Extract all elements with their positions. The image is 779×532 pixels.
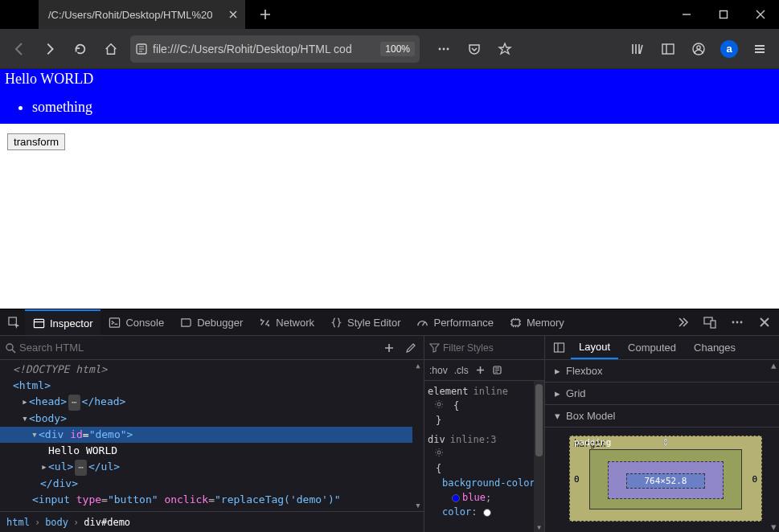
tab-network[interactable]: Network xyxy=(251,309,322,335)
devtools-close-icon[interactable] xyxy=(753,311,776,334)
tab-performance[interactable]: Performance xyxy=(408,309,501,335)
bm-content-size[interactable]: 764×52.8 xyxy=(626,473,705,489)
styles-scrollbar[interactable] xyxy=(534,381,544,532)
tree-html[interactable]: <html> xyxy=(0,378,424,394)
tab-memory[interactable]: Memory xyxy=(502,309,572,335)
bm-margin-left[interactable]: 0 xyxy=(574,473,580,484)
scrollbar-thumb[interactable] xyxy=(535,384,543,456)
hov-toggle[interactable]: :hov xyxy=(429,365,448,376)
section-flexbox[interactable]: ▸Flexbox xyxy=(545,360,779,383)
css-prop[interactable]: background-color xyxy=(442,477,535,489)
tree-body[interactable]: ▾<body> xyxy=(0,411,424,427)
rule-selector[interactable]: element xyxy=(428,384,469,399)
tab-computed[interactable]: Computed xyxy=(620,336,684,359)
twisty-icon[interactable]: ▸ xyxy=(21,394,29,410)
scroll-down-icon[interactable]: ▾ xyxy=(412,500,424,511)
layout-body[interactable]: ▴ ▸Flexbox ▸Grid ▾Box Model margin 0 bor… xyxy=(545,360,779,532)
gear-icon[interactable] xyxy=(434,448,445,457)
section-boxmodel[interactable]: ▾Box Model xyxy=(545,405,779,428)
tree-ul[interactable]: ▸<ul>⋯</ul> xyxy=(0,459,424,476)
scroll-down-icon[interactable]: ▾ xyxy=(534,522,544,532)
tree-div-close[interactable]: </div> xyxy=(0,476,424,492)
devtools-kebab-icon[interactable] xyxy=(726,311,748,334)
tree-input[interactable]: <input type="button" onclick="replaceTag… xyxy=(0,492,424,508)
back-button[interactable] xyxy=(5,35,34,63)
css-prop[interactable]: color xyxy=(442,506,471,518)
css-value[interactable]: blue xyxy=(462,492,486,503)
html-search-input[interactable] xyxy=(19,342,377,354)
forward-button[interactable] xyxy=(35,35,64,63)
tree-hello-text[interactable]: Hello WORLD xyxy=(0,443,424,459)
tab-title: /C:/Users/Rohit/Desktop/HTML%20 xyxy=(48,9,223,21)
tab-style-editor[interactable]: Style Editor xyxy=(322,309,408,335)
page-viewport[interactable]: Hello WORLD something transform xyxy=(0,69,779,309)
html-tree[interactable]: <!DOCTYPE html> <html> ▸<head>⋯</head> ▾… xyxy=(0,360,424,511)
eyedropper-icon[interactable] xyxy=(401,342,419,354)
tab-changes[interactable]: Changes xyxy=(686,336,744,359)
account-badge[interactable]: a xyxy=(715,35,744,63)
demo-list-item: something xyxy=(32,99,779,116)
app-menu-icon[interactable] xyxy=(745,35,774,63)
scroll-up-icon[interactable]: ▴ xyxy=(412,360,424,371)
color-swatch-icon[interactable] xyxy=(483,509,491,517)
close-window-button[interactable] xyxy=(742,0,779,29)
tree-doctype[interactable]: <!DOCTYPE html> xyxy=(0,362,424,378)
ellipsis-icon[interactable]: ⋯ xyxy=(75,460,87,476)
more-actions-icon[interactable] xyxy=(429,35,458,63)
styles-filter-input[interactable] xyxy=(443,342,539,354)
url-bar[interactable]: file:///C:/Users/Rohit/Desktop/HTML cod … xyxy=(130,35,420,63)
cls-toggle[interactable]: .cls xyxy=(454,365,469,376)
twisty-icon[interactable]: ▾ xyxy=(21,411,29,427)
crumb-body[interactable]: body xyxy=(45,517,68,528)
home-button[interactable] xyxy=(96,35,125,63)
sidebar-toggle-icon[interactable] xyxy=(548,342,569,354)
pocket-icon[interactable] xyxy=(460,35,489,63)
tab-console[interactable]: Console xyxy=(100,309,172,335)
new-tab-button[interactable] xyxy=(253,0,277,29)
profile-icon[interactable] xyxy=(684,35,713,63)
transform-button[interactable]: transform xyxy=(7,133,65,150)
box-model[interactable]: margin 0 border 0 padding 0 764×52.8 0 xyxy=(569,436,762,522)
section-grid[interactable]: ▸Grid xyxy=(545,383,779,405)
html-search-row xyxy=(0,336,424,360)
rule-selector[interactable]: div xyxy=(428,432,445,447)
styles-rules[interactable]: element inline { } div inline:3 { backgr… xyxy=(424,381,544,532)
zoom-badge[interactable]: 100% xyxy=(380,42,415,56)
tab-inspector[interactable]: Inspector xyxy=(25,309,100,335)
page-info-icon[interactable] xyxy=(135,43,148,55)
crumb-html[interactable]: html xyxy=(6,517,30,528)
light-mode-icon[interactable] xyxy=(492,365,502,375)
bookmark-star-icon[interactable] xyxy=(490,35,519,63)
maximize-button[interactable] xyxy=(705,0,742,29)
element-picker-icon[interactable] xyxy=(3,309,25,335)
rule-source[interactable]: inline:3 xyxy=(450,432,497,447)
crumb-div[interactable]: div#demo xyxy=(84,517,130,528)
sidebar-icon[interactable] xyxy=(654,35,683,63)
scroll-up-icon[interactable]: ▴ xyxy=(769,360,779,370)
chevron-down-icon: ▾ xyxy=(553,410,561,422)
tab-layout[interactable]: Layout xyxy=(571,336,618,359)
tree-div-demo[interactable]: ▾<div id="demo"> xyxy=(0,427,424,443)
svg-point-3 xyxy=(443,47,445,50)
scroll-down-icon[interactable]: ▾ xyxy=(769,522,779,532)
tree-scrollbar[interactable]: ▴ ▾ xyxy=(412,360,424,511)
color-swatch-icon[interactable] xyxy=(452,494,460,502)
tabs-overflow-icon[interactable] xyxy=(671,311,694,334)
bm-padding-top[interactable]: 0 xyxy=(663,437,669,448)
ellipsis-icon[interactable]: ⋯ xyxy=(68,395,80,411)
gear-icon[interactable] xyxy=(434,399,445,409)
responsive-mode-icon[interactable] xyxy=(699,311,721,334)
rule-source[interactable]: inline xyxy=(474,384,508,399)
tab-close-icon[interactable] xyxy=(228,9,239,20)
reload-button[interactable] xyxy=(66,35,95,63)
add-rule-icon[interactable] xyxy=(475,365,486,375)
library-icon[interactable] xyxy=(623,35,652,63)
twisty-icon[interactable]: ▾ xyxy=(31,427,39,443)
add-element-icon[interactable] xyxy=(380,342,398,354)
tab-debugger[interactable]: Debugger xyxy=(172,309,251,335)
tree-head[interactable]: ▸<head>⋯</head> xyxy=(0,394,424,411)
bm-margin-right[interactable]: 0 xyxy=(752,473,757,484)
twisty-icon[interactable]: ▸ xyxy=(40,459,48,475)
minimize-button[interactable] xyxy=(668,0,705,29)
browser-tab[interactable]: /C:/Users/Rohit/Desktop/HTML%20 xyxy=(39,0,245,29)
